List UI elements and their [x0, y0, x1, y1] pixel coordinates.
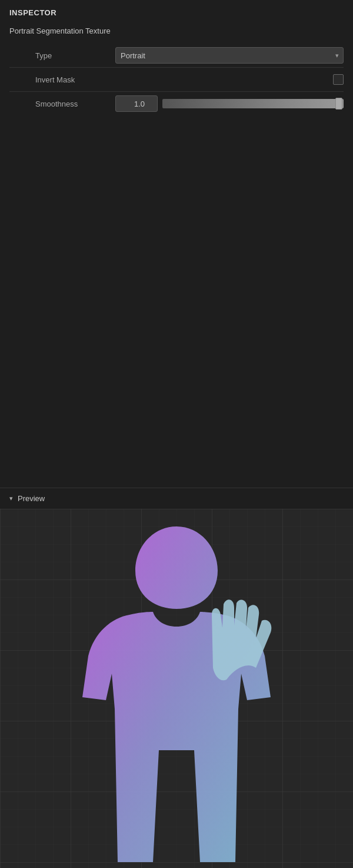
preview-header[interactable]: ▾ Preview [0, 488, 353, 509]
smoothness-input[interactable] [115, 95, 158, 112]
type-control: Portrait Hair Teeth Skin ▾ [115, 47, 344, 64]
invert-mask-control [115, 74, 344, 85]
smoothness-slider-track [162, 99, 344, 108]
preview-canvas [0, 509, 353, 868]
preview-label: Preview [18, 494, 45, 503]
smoothness-label: Smoothness [9, 100, 115, 108]
invert-mask-row: Invert Mask [9, 69, 344, 90]
inspector-panel: INSPECTOR Portrait Segmentation Texture … [0, 0, 353, 868]
person-silhouette [76, 515, 277, 862]
preview-figure [0, 509, 353, 868]
preview-section: ▾ Preview [0, 488, 353, 868]
invert-mask-checkbox[interactable] [333, 74, 344, 85]
empty-space [0, 117, 353, 488]
section-title: Portrait Segmentation Texture [0, 22, 353, 42]
smoothness-slider-container [162, 95, 344, 112]
inspector-title: INSPECTOR [0, 0, 353, 22]
smoothness-slider-thumb [335, 98, 342, 110]
divider-1 [9, 67, 344, 68]
type-dropdown-wrapper: Portrait Hair Teeth Skin ▾ [115, 47, 344, 64]
smoothness-control [115, 95, 344, 112]
type-row: Type Portrait Hair Teeth Skin ▾ [9, 45, 344, 66]
properties-area: Type Portrait Hair Teeth Skin ▾ Invert M… [0, 42, 353, 117]
divider-2 [9, 91, 344, 92]
type-select[interactable]: Portrait Hair Teeth Skin [115, 47, 344, 64]
type-label: Type [9, 51, 115, 60]
smoothness-row: Smoothness [9, 93, 344, 114]
invert-mask-label: Invert Mask [9, 75, 115, 84]
preview-chevron-icon: ▾ [9, 495, 13, 502]
